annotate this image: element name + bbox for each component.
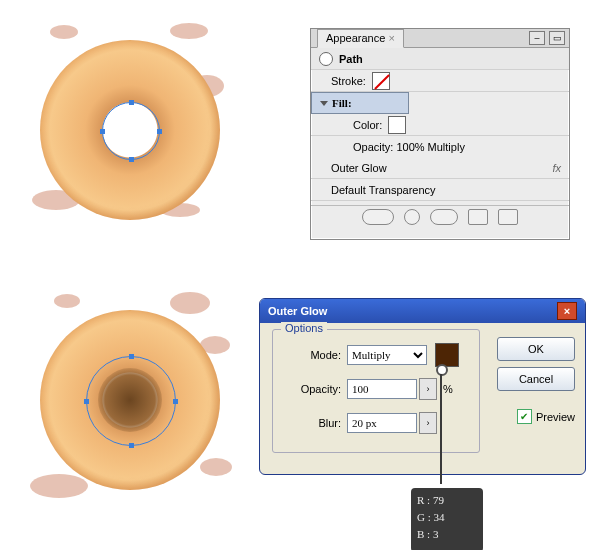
dialog-title: Outer Glow [268,305,327,317]
panel-tabbar: Appearance × – ▭ [311,29,569,48]
mode-label: Mode: [291,349,341,361]
default-transparency-row[interactable]: Default Transparency [311,179,569,201]
options-fieldset: Options Mode: Multiply Opacity: › % Blur… [272,329,480,453]
object-row[interactable]: Path [311,48,569,70]
preview-checkbox[interactable]: ✔ [517,409,532,424]
stroke-row[interactable]: Stroke: [311,70,569,92]
donut-bottom [40,310,220,490]
preview-label: Preview [536,411,575,423]
color-row[interactable]: Color: [311,114,569,136]
mode-select[interactable]: Multiply [347,345,427,365]
stroke-swatch-none[interactable] [372,72,390,90]
callout-line [440,374,442,484]
rgb-g: G : 34 [417,509,477,526]
stepper-icon[interactable]: › [419,378,437,400]
close-icon[interactable]: × [557,302,577,320]
opacity-row[interactable]: Opacity: 100% Multiply [311,136,569,157]
cancel-button[interactable]: Cancel [497,367,575,391]
opacity-input[interactable] [347,379,417,399]
tab-appearance[interactable]: Appearance × [317,29,404,48]
fill-row[interactable]: Fill: [311,92,409,114]
canvas: Appearance × – ▭ Path Stroke: Fill: Colo… [0,0,600,550]
footer-icon[interactable] [362,209,394,225]
donut-top [40,40,220,220]
outer-glow-dialog: Outer Glow × Options Mode: Multiply Opac… [259,298,586,475]
effect-label: Outer Glow [331,162,387,174]
rgb-b: B : 3 [417,526,477,543]
callout-pointer [436,364,448,376]
footer-icon[interactable] [404,209,420,225]
appearance-panel: Appearance × – ▭ Path Stroke: Fill: Colo… [310,28,570,240]
minimize-icon[interactable]: – [529,31,545,45]
rgb-tooltip: R : 79 G : 34 B : 3 [411,488,483,550]
tab-label: Appearance [326,32,385,44]
disclosure-icon[interactable] [320,101,328,106]
expand-icon[interactable]: ▭ [549,31,565,45]
footer-icon[interactable] [430,209,458,225]
selection-path[interactable] [86,356,176,446]
default-label: Default Transparency [331,184,436,196]
selection-path[interactable] [102,102,160,160]
color-label: Color: [353,119,382,131]
opacity-label: Opacity: [291,383,341,395]
opacity-label: Opacity: 100% Multiply [353,141,465,153]
glow-color-chip[interactable] [435,343,459,367]
fill-label: Fill: [332,97,352,109]
object-name: Path [339,53,363,65]
stepper-icon[interactable]: › [419,412,437,434]
panel-footer [311,205,569,228]
stroke-label: Stroke: [331,75,366,87]
fieldset-legend: Options [281,322,327,334]
effect-row[interactable]: Outer Glow fx [311,157,569,179]
new-icon[interactable] [468,209,488,225]
dialog-titlebar[interactable]: Outer Glow × [260,299,585,323]
blur-label: Blur: [291,417,341,429]
preview-row[interactable]: ✔ Preview [517,409,575,424]
trash-icon[interactable] [498,209,518,225]
ok-button[interactable]: OK [497,337,575,361]
rgb-r: R : 79 [417,492,477,509]
blur-input[interactable] [347,413,417,433]
fx-icon: fx [552,162,561,174]
target-icon [319,52,333,66]
percent-label: % [443,383,453,395]
color-swatch[interactable] [388,116,406,134]
